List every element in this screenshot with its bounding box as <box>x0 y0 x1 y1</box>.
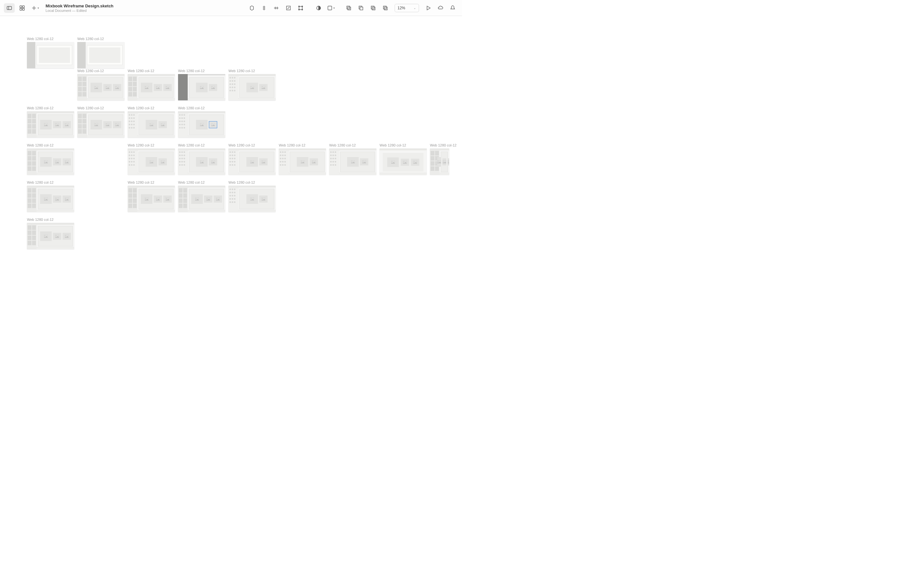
artboard-label: Web 1280 col-12 <box>178 69 225 73</box>
artboard[interactable]: Web 1280 col-12 <box>178 69 225 100</box>
artboard[interactable]: Web 1280 col-12 <box>178 106 225 137</box>
chevron-down-icon: ⌄ <box>414 6 416 10</box>
artboard-frame[interactable] <box>27 111 74 137</box>
svg-point-73 <box>56 161 57 161</box>
artboard[interactable]: Web 1280 col-12 <box>128 143 175 175</box>
artboard-frame[interactable] <box>27 185 74 212</box>
artboard-frame[interactable] <box>228 185 276 212</box>
artboard-label: Web 1280 col-12 <box>78 69 124 73</box>
components-button[interactable] <box>17 3 27 13</box>
preview-button[interactable] <box>423 3 434 13</box>
mask-button[interactable]: ▾ <box>325 3 336 13</box>
artboard[interactable]: Web 1280 col-12 <box>128 106 175 137</box>
artboard-frame[interactable] <box>128 74 175 100</box>
cloud-button[interactable] <box>435 3 446 13</box>
artboard[interactable]: Web 1280 col-12 <box>27 181 74 212</box>
artboard-label: Web 1280 col-12 <box>78 37 124 41</box>
artboard[interactable]: Web 1280 col-12 <box>178 181 225 212</box>
artboard-label: Web 1280 col-12 <box>27 181 74 184</box>
artboard[interactable]: Web 1280 col-12 <box>78 69 124 100</box>
distribute-horizontal-button[interactable] <box>271 3 282 13</box>
artboard-frame[interactable] <box>27 42 74 68</box>
artboard[interactable]: Web 1280 col-12 <box>228 143 276 175</box>
artboard[interactable]: Web 1280 col-12 <box>128 181 175 212</box>
svg-point-123 <box>207 198 208 199</box>
canvas[interactable]: Web 1280 col-12Web 1280 col-12Web 1280 c… <box>0 16 462 288</box>
artboard-frame[interactable] <box>228 148 276 175</box>
artboard[interactable]: Web 1280 col-12 <box>430 143 457 175</box>
svg-point-45 <box>212 87 212 87</box>
artboard[interactable]: Web 1280 col-12 <box>27 218 74 249</box>
svg-point-91 <box>312 161 313 161</box>
svg-point-127 <box>251 198 252 199</box>
distribute-vertical-button[interactable] <box>258 3 270 13</box>
tint-button[interactable] <box>313 3 324 13</box>
artboard-frame[interactable] <box>128 111 175 137</box>
artboard-frame[interactable] <box>178 111 225 137</box>
artboard-frame[interactable] <box>128 185 175 212</box>
svg-point-71 <box>45 161 45 161</box>
artboard-frame[interactable] <box>27 148 74 175</box>
artboard[interactable]: Web 1280 col-12 <box>27 106 74 137</box>
artboard[interactable]: Web 1280 col-12 <box>178 143 225 175</box>
svg-point-41 <box>166 87 167 87</box>
svg-point-35 <box>116 87 116 87</box>
artboard-frame[interactable] <box>178 148 225 175</box>
notifications-button[interactable] <box>447 3 458 13</box>
svg-point-63 <box>150 124 151 124</box>
artboard-frame[interactable] <box>27 223 74 249</box>
artboard[interactable]: Web 1280 col-12 <box>380 143 427 175</box>
artboard-label: Web 1280 col-12 <box>329 143 376 147</box>
artboard-frame[interactable] <box>380 148 427 175</box>
chevron-down-icon: ▾ <box>37 6 39 10</box>
artboard[interactable]: Web 1280 col-12 <box>228 181 276 212</box>
svg-rect-26 <box>371 6 374 9</box>
difference-button[interactable] <box>380 3 391 13</box>
artboard[interactable]: Web 1280 col-12 <box>78 37 124 68</box>
svg-point-89 <box>301 161 302 161</box>
intersect-button[interactable] <box>368 3 379 13</box>
svg-rect-3 <box>23 6 24 8</box>
svg-point-109 <box>45 198 45 199</box>
artboard-frame[interactable] <box>430 148 449 175</box>
svg-point-135 <box>65 235 66 236</box>
artboard[interactable]: Web 1280 col-12 <box>27 143 74 175</box>
artboard-frame[interactable] <box>329 148 376 175</box>
create-symbol-button[interactable] <box>246 3 257 13</box>
artboard[interactable]: Web 1280 col-12 <box>27 37 74 68</box>
artboard-frame[interactable] <box>78 111 124 137</box>
svg-point-49 <box>262 87 263 87</box>
artboard[interactable]: Web 1280 col-12 <box>78 106 124 137</box>
artboard-frame[interactable] <box>78 74 124 100</box>
subtract-button[interactable] <box>355 3 367 13</box>
artboard-frame[interactable] <box>78 42 124 68</box>
svg-point-111 <box>56 198 57 199</box>
svg-point-57 <box>95 124 95 124</box>
svg-point-113 <box>65 198 66 199</box>
artboard[interactable]: Web 1280 col-12 <box>329 143 376 175</box>
union-button[interactable] <box>343 3 354 13</box>
svg-point-55 <box>65 124 66 124</box>
artboard-label: Web 1280 col-12 <box>27 218 74 221</box>
scale-button[interactable] <box>283 3 294 13</box>
svg-point-131 <box>45 235 45 236</box>
artboard-label: Web 1280 col-12 <box>128 69 175 73</box>
svg-point-129 <box>262 198 263 199</box>
artboard-label: Web 1280 col-12 <box>228 181 276 184</box>
svg-point-33 <box>106 87 107 87</box>
sidebar-toggle-button[interactable] <box>4 3 15 13</box>
artboard[interactable]: Web 1280 col-12 <box>128 69 175 100</box>
edit-shape-button[interactable] <box>295 3 306 13</box>
svg-rect-21 <box>328 6 332 10</box>
artboard-label: Web 1280 col-12 <box>27 37 74 41</box>
artboard-frame[interactable] <box>128 148 175 175</box>
insert-button[interactable]: ▾ <box>29 3 40 13</box>
document-title: Mixbook Wireframe Design.sketch <box>45 3 113 8</box>
zoom-select[interactable]: 12% ⌄ <box>395 4 419 12</box>
artboard-frame[interactable] <box>178 74 225 100</box>
artboard[interactable]: Web 1280 col-12 <box>228 69 276 100</box>
artboard-frame[interactable] <box>228 74 276 100</box>
artboard-frame[interactable] <box>178 185 225 212</box>
artboard[interactable]: Web 1280 col-12 <box>279 143 326 175</box>
artboard-frame[interactable] <box>279 148 326 175</box>
